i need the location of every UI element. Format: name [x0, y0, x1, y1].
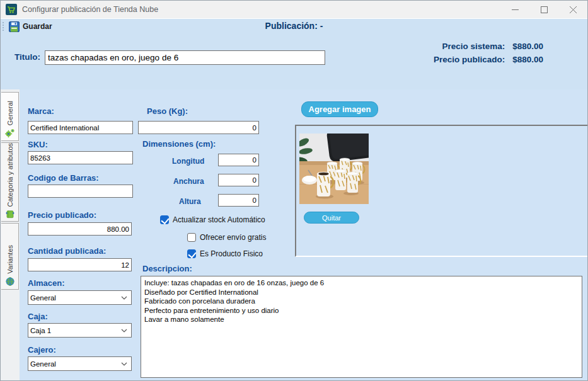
tab-page-general: Marca: SKU: Codigo de Barras: Precio pub… [20, 89, 588, 381]
price-system-label: Precio sistema: [434, 42, 505, 51]
close-button[interactable] [558, 1, 587, 18]
chevron-down-icon [121, 362, 127, 366]
sku-label: SKU: [28, 140, 48, 149]
marca-label: Marca: [28, 106, 54, 116]
maximize-icon [541, 6, 548, 13]
marca-input[interactable] [28, 121, 133, 134]
toolbar: Guardar Publicación: - [1, 18, 587, 34]
checkbox-actualizar-stock-label: Actualizar stock Automático [173, 215, 265, 224]
checkbox-envio-gratis-box [187, 233, 196, 242]
almacen-label: Almacen: [28, 278, 65, 288]
peso-label: Peso (Kg): [147, 106, 188, 116]
publication-title: Publicación: - [1, 21, 587, 31]
cantidad-publicada-label: Cantidad publicada: [28, 246, 106, 256]
cajero-select[interactable]: General [28, 356, 132, 371]
tab-variantes[interactable]: Variantes [1, 223, 19, 290]
gears-icon [5, 128, 15, 138]
window-title: Configurar publicación de Tienda Nube [22, 5, 158, 14]
checkbox-envio-gratis[interactable]: Ofrecer envío gratis [187, 233, 266, 242]
almacen-select[interactable]: General [28, 290, 132, 305]
caja-label: Caja: [28, 312, 48, 321]
dimensiones-label: Dimensiones (cm): [142, 139, 216, 149]
anchura-input[interactable] [218, 174, 259, 186]
checkbox-actualizar-stock-box [160, 215, 169, 224]
close-icon [570, 6, 577, 13]
longitud-input[interactable] [218, 154, 259, 166]
caja-select[interactable]: Caja 1 [28, 323, 132, 338]
tab-general[interactable]: General [1, 92, 19, 141]
quitar-button[interactable]: Quitar [304, 212, 359, 224]
chevron-down-icon [121, 296, 127, 300]
app-window: Configurar publicación de Tienda Nube [0, 0, 588, 381]
checkbox-producto-fisico[interactable]: Es Producto Fisico [187, 249, 263, 258]
descripcion-textarea[interactable]: Incluye: tazas chapadas en oro de 16 onz… [141, 276, 582, 378]
cantidad-publicada-input[interactable] [28, 258, 132, 271]
checkbox-producto-fisico-label: Es Producto Fisico [200, 249, 263, 258]
cajero-label: Cajero: [28, 345, 56, 355]
maximize-button[interactable] [529, 1, 558, 18]
tab-categoria-label: Categoria y atributos [6, 143, 14, 207]
tabstrip: General Categoria y atributos [1, 89, 20, 381]
image-panel: Quitar [295, 125, 588, 257]
price-summary: Precio sistema: $880.00 Precio publicado… [434, 42, 543, 64]
globe-icon [5, 276, 15, 287]
price-published-label: Precio publicado: [434, 55, 505, 64]
precio-publicado-label: Precio publicado: [28, 210, 96, 220]
longitud-label: Longitud [172, 157, 204, 166]
app-logo-icon [6, 4, 17, 15]
minimize-icon [512, 6, 519, 13]
titulo-input[interactable] [45, 50, 325, 65]
cajero-selected-value: General [30, 360, 56, 368]
price-published-value: $880.00 [512, 55, 543, 64]
chevron-down-icon [121, 329, 127, 333]
window-controls [500, 1, 587, 18]
sku-input[interactable] [28, 151, 133, 164]
almacen-selected-value: General [30, 294, 56, 302]
tab-general-label: General [6, 101, 14, 125]
product-photo [299, 134, 369, 204]
minimize-button[interactable] [500, 1, 529, 18]
caja-selected-value: Caja 1 [30, 327, 51, 334]
tab-categoria-atributos[interactable]: Categoria y atributos [1, 142, 19, 222]
price-system-value: $880.00 [512, 42, 543, 51]
agregar-imagen-button[interactable]: Agregar imagen [301, 101, 378, 117]
altura-input[interactable] [218, 194, 259, 207]
anchura-label: Anchura [173, 177, 204, 186]
header-panel: Titulo: Precio sistema: $880.00 Precio p… [1, 34, 587, 89]
checkbox-envio-gratis-label: Ofrecer envío gratis [200, 233, 266, 242]
altura-label: Altura [179, 197, 201, 206]
checkbox-actualizar-stock[interactable]: Actualizar stock Automático [160, 215, 265, 224]
codigo-barras-label: Codigo de Barras: [28, 173, 99, 183]
titlebar: Configurar publicación de Tienda Nube [1, 1, 587, 18]
descripcion-label: Descripcion: [142, 264, 192, 273]
tab-variantes-label: Variantes [6, 245, 14, 274]
book-icon [5, 210, 15, 219]
checkbox-producto-fisico-box [187, 249, 196, 258]
precio-publicado-input[interactable] [28, 222, 132, 236]
peso-input[interactable] [138, 121, 259, 134]
codigo-barras-input[interactable] [28, 185, 133, 198]
titulo-label: Titulo: [14, 52, 40, 62]
